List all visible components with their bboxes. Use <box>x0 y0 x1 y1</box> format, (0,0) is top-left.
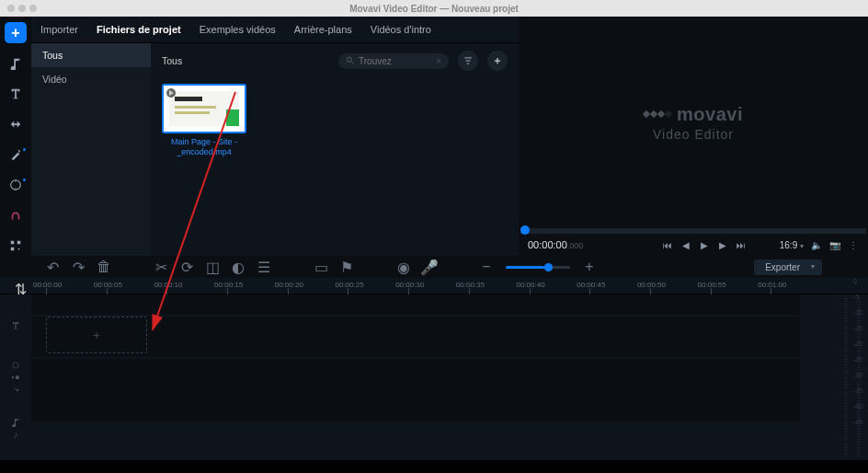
crop-button[interactable]: ◫ <box>206 260 219 273</box>
undo-button[interactable]: ↶ <box>46 260 59 273</box>
zoom-out-button[interactable]: − <box>480 260 493 273</box>
timeline: ⇅ 00:00:0000:00:0500:00:1000:00:1500:00:… <box>0 278 868 460</box>
export-button[interactable]: Exporter <box>754 260 822 275</box>
sidelist-video[interactable]: Vidéo <box>31 67 151 91</box>
audio-track-header[interactable]: ♪ <box>0 398 31 460</box>
add-file-button[interactable] <box>487 51 508 71</box>
traffic-lights[interactable] <box>7 5 37 12</box>
titlebar: Movavi Video Editor — Nouveau projet <box>0 0 868 17</box>
cut-button[interactable]: ✂ <box>154 260 167 273</box>
svg-rect-1 <box>11 240 15 244</box>
play-button[interactable]: ▶ <box>699 239 710 250</box>
audio-track[interactable] <box>31 359 800 421</box>
preview-panel: movavi Video Editor 00:00:00.000 ⏮ ◀︎ ▶ … <box>519 17 868 256</box>
file-category-list: Tous Vidéo <box>31 43 151 256</box>
timeline-settings-icon[interactable]: ⇅ <box>15 281 27 298</box>
drop-zone[interactable]: + <box>46 317 147 353</box>
preview-scrubber[interactable] <box>520 228 866 234</box>
file-grid-label: Tous <box>162 55 182 66</box>
aspect-select[interactable]: 16:9 ▾ <box>780 240 804 250</box>
left-rail: + <box>0 17 31 256</box>
timeline-toolbar: ↶ ↷ 🗑 ✂ ⟳ ◫ ◐ ☰ ▭ ⚑ ◉ 🎤 − + Exporter <box>0 256 868 278</box>
video-track-header[interactable] <box>0 357 31 398</box>
search-input[interactable]: Trouvez × <box>338 53 449 69</box>
preview-more-icon[interactable]: ⋮ <box>848 239 859 250</box>
window-title: Movavi Video Editor — Nouveau projet <box>349 4 519 14</box>
file-grid: Tous Trouvez × Main Page - Site <box>151 43 519 256</box>
svg-rect-2 <box>17 240 21 244</box>
color-button[interactable]: ◐ <box>232 260 245 273</box>
rotate-button[interactable]: ⟳ <box>180 260 193 273</box>
clip-tools-icon[interactable]: ▭ <box>314 260 327 273</box>
redo-button[interactable]: ↷ <box>72 260 85 273</box>
headphones-icon[interactable] <box>5 204 27 225</box>
text-track[interactable] <box>31 294 800 315</box>
svg-point-5 <box>347 57 351 62</box>
playback-time: 00:00:00.000 <box>528 239 583 250</box>
clip-thumbnail[interactable]: Main Page - Site -_encoded.mp4 <box>162 84 246 158</box>
clear-search-icon[interactable]: × <box>436 56 441 66</box>
zoom-slider[interactable] <box>506 266 570 269</box>
tab-exemples[interactable]: Exemples vidéos <box>200 21 276 38</box>
step-back-button[interactable]: ◀︎ <box>680 239 691 250</box>
brand-sub: Video Editor <box>644 127 743 142</box>
audio-icon[interactable] <box>5 52 27 74</box>
brand-watermark: movavi Video Editor <box>644 104 743 142</box>
prev-frame-button[interactable]: ⏮ <box>662 239 673 250</box>
search-placeholder: Trouvez <box>359 56 392 66</box>
play-overlay-icon <box>166 88 176 98</box>
source-tabs: Importer Fichiers de projet Exemples vid… <box>31 17 519 43</box>
video-track[interactable]: + <box>31 317 800 357</box>
next-frame-button[interactable]: ⏭ <box>736 239 747 250</box>
delete-button[interactable]: 🗑 <box>97 260 110 273</box>
properties-button[interactable]: ☰ <box>257 260 270 273</box>
microphone-icon[interactable]: 🎤 <box>423 260 436 273</box>
tab-arriere-plans[interactable]: Arrière-plans <box>294 21 352 38</box>
stickers-icon[interactable] <box>5 174 27 195</box>
step-fwd-button[interactable]: ▶︎ <box>717 239 728 250</box>
volume-icon[interactable]: 🔈 <box>811 239 822 250</box>
text-icon[interactable] <box>5 83 27 104</box>
tab-fichiers[interactable]: Fichiers de projet <box>97 21 181 38</box>
add-media-button[interactable]: + <box>5 22 27 43</box>
clip-name: Main Page - Site -_encoded.mp4 <box>162 137 246 158</box>
brand-name: movavi <box>677 104 743 125</box>
sidelist-tous[interactable]: Tous <box>31 43 151 67</box>
transition-icon[interactable] <box>5 113 27 134</box>
tab-importer[interactable]: Importer <box>40 21 78 38</box>
record-icon[interactable]: ◉ <box>397 260 410 273</box>
timeline-ruler[interactable]: ⇅ 00:00:0000:00:0500:00:1000:00:1500:00:… <box>0 278 868 294</box>
svg-rect-3 <box>11 247 15 250</box>
effects-icon[interactable] <box>5 144 27 165</box>
text-track-header[interactable] <box>0 294 31 357</box>
tab-videos-intro[interactable]: Vidéos d'intro <box>371 21 431 38</box>
svg-point-4 <box>18 248 20 249</box>
zoom-in-button[interactable]: + <box>583 260 596 273</box>
svg-point-6 <box>13 363 18 368</box>
meter-scale: 0-5-10-15-20-25-30-35-40-45 <box>853 278 862 425</box>
snapshot-icon[interactable]: 📷 <box>829 239 840 250</box>
sort-button[interactable] <box>458 51 478 71</box>
more-tools-icon[interactable] <box>5 235 27 256</box>
marker-icon[interactable]: ⚑ <box>340 260 353 273</box>
